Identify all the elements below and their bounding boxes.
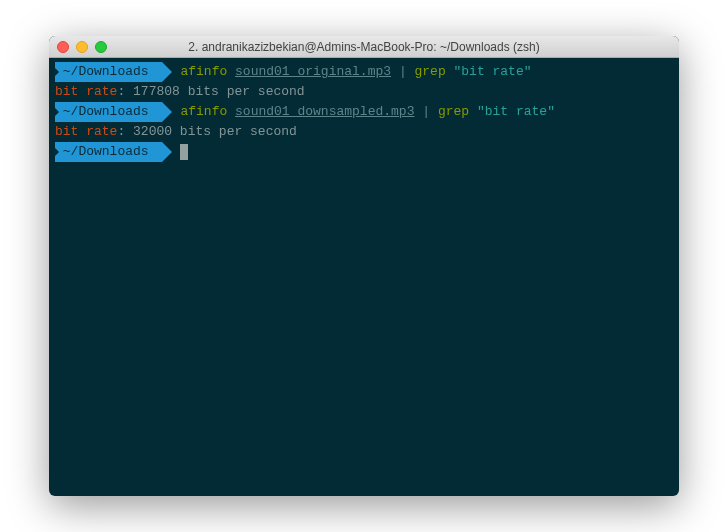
cmd-arg: sound01_downsampled.mp3 xyxy=(235,104,414,119)
terminal-window: 2. andranikazizbekian@Admins-MacBook-Pro… xyxy=(49,36,679,496)
titlebar[interactable]: 2. andranikazizbekian@Admins-MacBook-Pro… xyxy=(49,36,679,58)
output-value: 177808 bits per second xyxy=(133,82,305,102)
close-button[interactable] xyxy=(57,41,69,53)
window-title: 2. andranikazizbekian@Admins-MacBook-Pro… xyxy=(57,40,671,54)
command-1: afinfo sound01_original.mp3 | grep "bit … xyxy=(180,62,531,82)
minimize-button[interactable] xyxy=(76,41,88,53)
output-key: bit rate xyxy=(55,82,117,102)
command-2: afinfo sound01_downsampled.mp3 | grep "b… xyxy=(180,102,555,122)
grep-cmd: grep xyxy=(414,64,445,79)
cmd-prog: afinfo xyxy=(180,104,227,119)
arrow-icon xyxy=(49,62,59,82)
prompt-path: ~/Downloads xyxy=(55,102,156,122)
prompt-line-3: ~/Downloads xyxy=(49,142,679,162)
prompt-path-badge: ~/Downloads xyxy=(55,102,162,122)
output-value: 32000 bits per second xyxy=(133,122,297,142)
output-colon: : xyxy=(117,82,133,102)
cmd-prog: afinfo xyxy=(180,64,227,79)
prompt-path: ~/Downloads xyxy=(55,142,156,162)
traffic-lights xyxy=(57,41,107,53)
cursor[interactable] xyxy=(180,144,188,160)
grep-pattern: "bit rate" xyxy=(454,64,532,79)
pipe-icon: | xyxy=(414,104,437,119)
terminal-body[interactable]: ~/Downloads afinfo sound01_original.mp3 … xyxy=(49,58,679,166)
prompt-path-badge: ~/Downloads xyxy=(55,142,162,162)
prompt-line-1: ~/Downloads afinfo sound01_original.mp3 … xyxy=(49,62,679,82)
prompt-path-badge: ~/Downloads xyxy=(55,62,162,82)
grep-cmd: grep xyxy=(438,104,469,119)
pipe-icon: | xyxy=(391,64,414,79)
arrow-icon xyxy=(49,102,59,122)
grep-pattern: "bit rate" xyxy=(477,104,555,119)
maximize-button[interactable] xyxy=(95,41,107,53)
output-line-2: bit rate: 32000 bits per second xyxy=(49,122,679,142)
prompt-path: ~/Downloads xyxy=(55,62,156,82)
output-key: bit rate xyxy=(55,122,117,142)
prompt-line-2: ~/Downloads afinfo sound01_downsampled.m… xyxy=(49,102,679,122)
arrow-icon xyxy=(49,142,59,162)
cmd-arg: sound01_original.mp3 xyxy=(235,64,391,79)
output-line-1: bit rate: 177808 bits per second xyxy=(49,82,679,102)
output-colon: : xyxy=(117,122,133,142)
